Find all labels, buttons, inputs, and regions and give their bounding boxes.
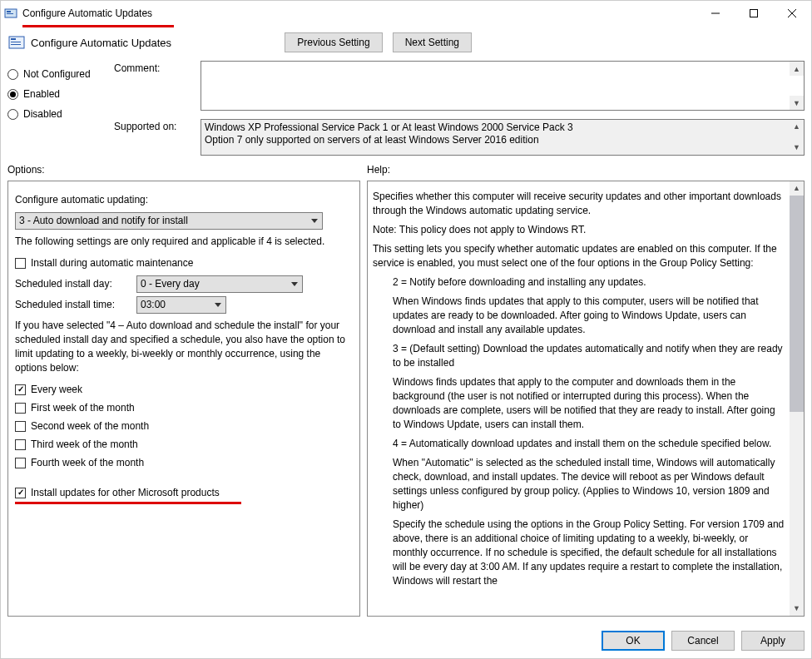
- checkbox-icon: [15, 403, 26, 414]
- policy-subtitle: Configure Automatic Updates: [31, 37, 171, 49]
- checkbox-label: Install during automatic maintenance: [31, 256, 193, 270]
- install-other-ms-products-checkbox[interactable]: Install updates for other Microsoft prod…: [15, 483, 353, 502]
- comment-label: Comment:: [114, 61, 196, 74]
- checkbox-label: Install updates for other Microsoft prod…: [31, 486, 220, 500]
- help-header: Help:: [367, 164, 805, 181]
- state-enabled[interactable]: Enabled: [7, 84, 107, 104]
- options-note-4: The following settings are only required…: [15, 235, 353, 249]
- select-value: 0 - Every day: [141, 277, 200, 291]
- checkbox-label: First week of the month: [31, 401, 135, 415]
- checkbox-icon: [15, 421, 26, 432]
- checkbox-label: Third week of the month: [31, 438, 138, 452]
- scroll-down-icon[interactable]: ▼: [790, 141, 804, 155]
- state-label: Enabled: [23, 88, 60, 100]
- svg-rect-10: [11, 44, 21, 45]
- every-week-checkbox[interactable]: Every week: [15, 380, 353, 399]
- checkbox-icon: [15, 384, 26, 395]
- options-pane: Configure automatic updating: 3 - Auto d…: [7, 181, 360, 617]
- minimize-button[interactable]: [696, 2, 735, 25]
- scroll-down-icon[interactable]: ▼: [790, 602, 804, 616]
- scroll-up-icon[interactable]: ▲: [790, 120, 804, 134]
- help-scrollbar[interactable]: ▲ ▼: [790, 181, 804, 616]
- help-text: Specifies whether this computer will rec…: [373, 190, 785, 218]
- comment-textarea[interactable]: ▲ ▼: [201, 61, 805, 111]
- scheduled-time-select[interactable]: 03:00: [136, 296, 226, 314]
- fourth-week-checkbox[interactable]: Fourth week of the month: [15, 453, 353, 472]
- radio-icon: [7, 109, 18, 120]
- window-controls: [696, 2, 811, 25]
- maximize-button[interactable]: [735, 2, 773, 25]
- checkbox-label: Second week of the month: [31, 419, 149, 434]
- help-text: When Windows finds updates that apply to…: [373, 295, 785, 337]
- dialog-footer: OK Cancel Apply: [1, 623, 811, 658]
- checkbox-icon: [15, 458, 26, 468]
- supported-text-line1: Windows XP Professional Service Pack 1 o…: [205, 121, 790, 134]
- ok-button[interactable]: OK: [602, 631, 665, 651]
- scheduled-day-select[interactable]: 0 - Every day: [136, 275, 303, 293]
- configure-updating-select[interactable]: 3 - Auto download and notify for install: [15, 212, 323, 230]
- svg-rect-8: [11, 38, 16, 40]
- options-header: Options:: [7, 164, 360, 181]
- scheduled-day-label: Scheduled install day:: [15, 277, 131, 291]
- svg-rect-1: [7, 11, 11, 12]
- help-text: When "Automatic" is selected as the sche…: [373, 456, 785, 513]
- scheduled-time-label: Scheduled install time:: [15, 298, 131, 312]
- help-text: 2 = Notify before downloading and instal…: [373, 275, 785, 290]
- svg-rect-9: [11, 42, 21, 42]
- policy-subtitle-row: Configure Automatic Updates Previous Set…: [1, 27, 811, 56]
- scroll-down-icon[interactable]: ▼: [790, 96, 804, 110]
- help-text: 3 = (Default setting) Download the updat…: [373, 342, 785, 370]
- help-text: 4 = Automatically download updates and i…: [373, 437, 785, 451]
- svg-rect-2: [7, 13, 13, 14]
- policy-state-area: Not Configured Enabled Disabled Comment:…: [1, 56, 811, 156]
- group-policy-editor-window: Configure Automatic Updates Configure Au…: [0, 0, 812, 659]
- checkbox-icon: [15, 258, 26, 269]
- help-pane: Specifies whether this computer will rec…: [367, 181, 805, 617]
- install-during-maintenance-checkbox[interactable]: Install during automatic maintenance: [15, 254, 353, 272]
- state-disabled[interactable]: Disabled: [7, 104, 107, 124]
- third-week-checkbox[interactable]: Third week of the month: [15, 435, 353, 453]
- supported-text-line2: Option 7 only supported on servers of at…: [205, 134, 790, 146]
- help-text: Note: This policy does not apply to Wind…: [373, 223, 785, 237]
- select-value: 03:00: [141, 298, 166, 312]
- state-label: Disabled: [23, 108, 62, 120]
- options-schedule-note: If you have selected "4 – Auto download …: [15, 319, 353, 375]
- next-setting-button[interactable]: Next Setting: [393, 32, 472, 52]
- checkbox-label: Fourth week of the month: [31, 456, 144, 470]
- policy-subtitle-icon: [7, 33, 26, 52]
- help-text: Windows finds updates that apply to the …: [373, 375, 785, 432]
- svg-rect-4: [750, 10, 758, 17]
- scroll-up-icon[interactable]: ▲: [790, 62, 804, 76]
- help-text: Specify the schedule using the options i…: [373, 518, 785, 588]
- radio-icon: [7, 69, 18, 80]
- policy-icon: [4, 7, 17, 20]
- window-title: Configure Automatic Updates: [22, 7, 152, 19]
- checkbox-label: Every week: [31, 383, 82, 397]
- cancel-button[interactable]: Cancel: [671, 631, 735, 651]
- first-week-checkbox[interactable]: First week of the month: [15, 399, 353, 417]
- second-week-checkbox[interactable]: Second week of the month: [15, 417, 353, 435]
- scroll-up-icon[interactable]: ▲: [790, 181, 804, 196]
- radio-icon: [7, 89, 18, 100]
- supported-on-box: Windows XP Professional Service Pack 1 o…: [201, 119, 805, 156]
- scrollbar-thumb[interactable]: [790, 196, 804, 412]
- previous-setting-button[interactable]: Previous Setting: [285, 32, 382, 52]
- state-not-configured[interactable]: Not Configured: [7, 64, 107, 84]
- close-button[interactable]: [773, 2, 811, 25]
- select-value: 3 - Auto download and notify for install: [19, 214, 188, 228]
- help-text: This setting lets you specify whether au…: [373, 242, 785, 270]
- configure-updating-label: Configure automatic updating:: [15, 193, 353, 207]
- checkbox-icon: [15, 439, 26, 450]
- titlebar: Configure Automatic Updates: [1, 1, 811, 26]
- state-label: Not Configured: [23, 68, 91, 80]
- checkbox-icon: [15, 488, 26, 498]
- supported-label: Supported on:: [114, 119, 196, 132]
- annotation-underline-option: [15, 502, 241, 504]
- apply-button[interactable]: Apply: [741, 631, 805, 651]
